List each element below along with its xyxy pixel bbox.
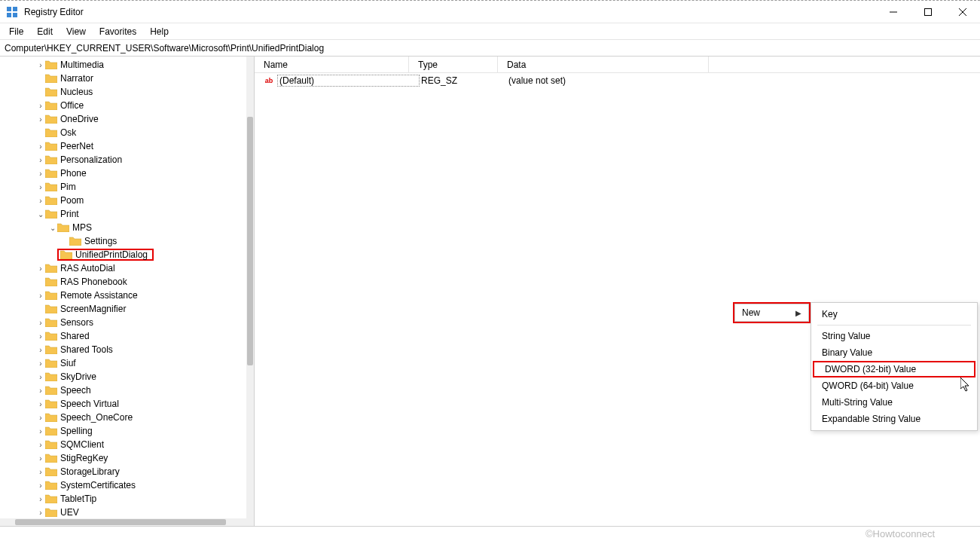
tree-item[interactable]: ⌄MPS [0,221,254,234]
close-button[interactable] [945,1,980,23]
menu-favorites[interactable]: Favorites [93,25,142,38]
tree-item[interactable]: ›RAS Phonebook [0,275,254,289]
tree-item[interactable]: ›Poom [0,194,254,207]
statusbar [0,526,980,544]
menu-edit[interactable]: Edit [31,25,59,38]
tree-item[interactable]: ›Office [0,99,254,112]
tree-item-label: MPS [72,222,92,233]
tree-item[interactable]: ›StorageLibrary [0,465,254,478]
column-type[interactable]: Type [409,57,498,72]
expander-icon[interactable]: › [36,183,45,191]
svg-rect-0 [7,7,11,11]
tree-item[interactable]: ›Phone [0,167,254,180]
context-item[interactable]: Expandable String Value [811,411,977,427]
expander-icon[interactable]: › [36,427,45,436]
tree-item[interactable]: ›Shared Tools [0,343,254,356]
tree-panel: ›Multimedia›Narrator›Nucleus›Office›OneD… [0,57,255,526]
address-bar[interactable]: Computer\HKEY_CURRENT_USER\Software\Micr… [0,40,980,57]
tree-item[interactable]: ›Personalization [0,153,254,167]
tree-item-label: TabletTip [60,494,96,504]
list-row[interactable]: ab (Default) REG_SZ (value not set) [255,73,980,88]
menu-help[interactable]: Help [144,25,175,38]
context-item[interactable]: DWORD (32-bit) Value [813,361,975,377]
tree-item-label: Remote Assistance [60,290,138,301]
expander-icon[interactable]: › [36,102,45,110]
expander-icon[interactable]: › [36,495,45,503]
tree-item[interactable]: ›PeerNet [0,139,254,153]
expander-icon[interactable]: › [36,61,45,69]
tree-item-label: StorageLibrary [60,466,120,477]
column-data[interactable]: Data [498,57,709,72]
expander-icon[interactable]: › [36,509,45,517]
expander-icon[interactable]: ⌄ [36,210,45,219]
context-menu-new[interactable]: New ▶ [733,302,811,323]
tree-item[interactable]: ›SystemCertificates [0,478,254,492]
expander-icon[interactable]: › [36,115,45,124]
expander-icon[interactable]: › [36,454,45,463]
tree-item[interactable]: ⌄Print [0,207,254,221]
expander-icon[interactable]: › [36,292,45,300]
tree-item[interactable]: ›Remote Assistance [0,289,254,302]
tree-item[interactable]: ›Speech [0,384,254,397]
minimize-button[interactable] [876,1,911,23]
tree-item[interactable]: ›OneDrive [0,112,254,126]
tree-item[interactable]: ›SQMClient [0,438,254,451]
column-name[interactable]: Name [255,57,409,72]
tree-item-label: Sensors [60,317,93,328]
list-panel: Name Type Data ab (Default) REG_SZ (valu… [255,57,980,526]
tree-item[interactable]: ›StigRegKey [0,451,254,465]
expander-icon[interactable]: › [36,346,45,354]
tree-item[interactable]: ›TabletTip [0,492,254,506]
expander-icon[interactable]: › [36,264,45,273]
tree-item[interactable]: ›SkyDrive [0,370,254,384]
context-item[interactable]: Key [811,306,977,322]
tree-item[interactable]: ›RAS AutoDial [0,261,254,275]
context-item[interactable]: Binary Value [811,344,977,361]
tree-item[interactable]: ›Pim [0,180,254,194]
tree-item[interactable]: ›ScreenMagnifier [0,302,254,316]
tree-item-label: Poom [60,195,84,206]
expander-icon[interactable]: › [36,414,45,422]
tree-scrollbar-vertical[interactable] [246,57,254,526]
tree-item-label: Osk [60,127,76,138]
maximize-button[interactable] [911,1,945,23]
tree-item[interactable]: ›Spelling [0,424,254,438]
tree-item[interactable]: ›Osk [0,126,254,139]
context-item[interactable]: String Value [811,328,977,344]
tree-item[interactable]: ›Settings [0,234,254,248]
expander-icon[interactable]: › [36,481,45,490]
tree-item[interactable]: ›Narrator [0,72,254,85]
tree-item[interactable]: ›Siuf [0,356,254,370]
tree-item-label: ScreenMagnifier [60,304,126,314]
expander-icon[interactable]: › [36,387,45,395]
expander-icon[interactable]: › [36,332,45,341]
tree-item[interactable]: ›Multimedia [0,58,254,72]
menubar: File Edit View Favorites Help [0,23,980,40]
expander-icon[interactable]: › [36,197,45,205]
tree-item-label: Personalization [60,154,122,165]
svg-rect-2 [7,13,11,17]
expander-icon[interactable]: › [36,400,45,408]
tree-item[interactable]: ›Sensors [0,316,254,329]
expander-icon[interactable]: › [36,359,45,368]
menu-file[interactable]: File [3,25,29,38]
tree-item[interactable]: ›Shared [0,329,254,343]
tree-scrollbar-horizontal[interactable] [0,518,246,526]
tree-item[interactable]: ›UnifiedPrintDialog [0,248,254,261]
tree-item[interactable]: ›UEV [0,506,254,519]
context-item[interactable]: QWORD (64-bit) Value [811,377,977,394]
expander-icon[interactable]: › [36,319,45,327]
expander-icon[interactable]: › [36,142,45,151]
expander-icon[interactable]: ⌄ [48,224,57,232]
tree-item[interactable]: ›Nucleus [0,85,254,99]
expander-icon[interactable]: › [36,170,45,178]
menu-view[interactable]: View [60,25,92,38]
expander-icon[interactable]: › [36,441,45,449]
expander-icon[interactable]: › [36,156,45,164]
tree-item[interactable]: ›Speech Virtual [0,397,254,411]
context-item[interactable]: Multi-String Value [811,394,977,411]
tree-item[interactable]: ›Speech_OneCore [0,411,254,424]
tree-item-label: RAS Phonebook [60,277,127,287]
expander-icon[interactable]: › [36,373,45,381]
expander-icon[interactable]: › [36,468,45,476]
